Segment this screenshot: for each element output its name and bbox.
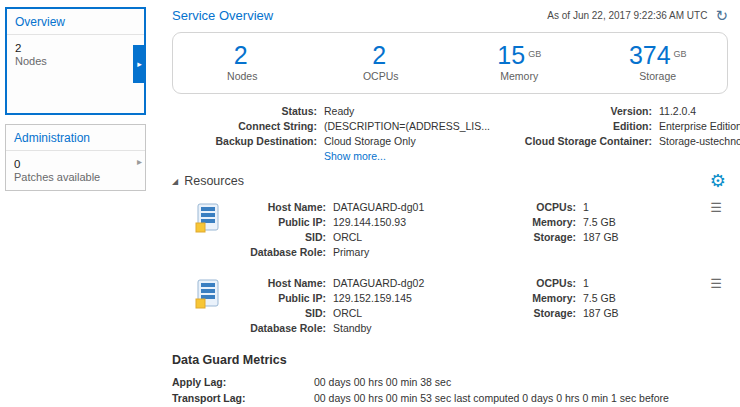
detail-row-backup-destination: Backup Destination: Cloud Storage Only	[172, 135, 492, 147]
overview-card-title: Overview	[7, 9, 144, 35]
field-label: Public IP:	[234, 216, 326, 228]
metric-storage: 374GB Storage	[589, 42, 728, 82]
stat-value: 187 GB	[583, 307, 619, 319]
metric-label: OCPUs	[312, 70, 451, 82]
metric-value: 15	[497, 41, 525, 69]
stat-label: Memory:	[518, 292, 576, 304]
main-content: Service Overview As of Jun 22, 2017 9:22…	[156, 0, 740, 407]
sidebar-card-overview[interactable]: Overview 2 Nodes ▸	[5, 7, 146, 115]
resources-header: ◢ Resources ⚙	[172, 172, 728, 190]
detail-row-cloud-storage-container: Cloud Storage Container: Storage-ustechn…	[492, 135, 740, 147]
chevron-right-icon: ▸	[137, 59, 142, 69]
detail-row-version: Version: 11.2.0.4	[492, 105, 740, 117]
details-right-column: Version: 11.2.0.4 Edition: Enterprise Ed…	[492, 105, 740, 162]
overview-card-body: 2 Nodes	[7, 35, 144, 74]
metric-value: 2	[372, 41, 386, 69]
detail-label: Version:	[492, 105, 652, 117]
overview-node-count: 2	[15, 42, 136, 54]
metric-label: Transport Lag:	[172, 392, 314, 404]
field-value: 129.152.159.145	[333, 292, 412, 304]
field-value: Standby	[333, 322, 372, 334]
service-console-page: Overview 2 Nodes ▸ Administration 0 Patc…	[0, 0, 740, 407]
stat-label: Storage:	[518, 307, 576, 319]
field-label: Host Name:	[234, 277, 326, 289]
detail-value: Cloud Storage Only	[324, 135, 416, 147]
metric-value: 00 days 00 hrs 00 min 53 sec last comput…	[314, 392, 669, 404]
field-value: DATAGUARD-dg02	[333, 277, 424, 289]
field-value: ORCL	[333, 307, 362, 319]
field-value: ORCL	[333, 231, 362, 243]
stat-value: 187 GB	[583, 231, 619, 243]
detail-label: Cloud Storage Container:	[492, 135, 652, 147]
field-label: Database Role:	[234, 246, 326, 258]
stat-label: OCPUs:	[518, 201, 576, 213]
field-label: Host Name:	[234, 201, 326, 213]
refresh-icon[interactable]: ↻	[715, 8, 728, 23]
metric-unit: GB	[674, 49, 687, 59]
detail-row-connect-string: Connect String: (DESCRIPTION=(ADDRESS_LI…	[172, 120, 492, 132]
resource-node-row: Host Name:DATAGUARD-dg01 Public IP:129.1…	[194, 201, 728, 261]
detail-value: Storage-ustechnolo/Backup	[659, 135, 740, 147]
metric-value: 00 days 00 hrs 00 min 38 sec	[314, 376, 451, 388]
details-left-column: Status: Ready Connect String: (DESCRIPTI…	[172, 105, 492, 162]
administration-card-body: 0 Patches available	[6, 151, 145, 190]
resource-fields: Host Name:DATAGUARD-dg02 Public IP:129.1…	[234, 277, 484, 337]
field-label: SID:	[234, 231, 326, 243]
detail-label: Edition:	[492, 120, 652, 132]
sidebar-card-administration[interactable]: Administration 0 Patches available ▸	[5, 124, 146, 191]
hamburger-menu-icon[interactable]: ☰	[710, 201, 722, 261]
metric-label: Apply Lag:	[172, 376, 314, 388]
resources-title: Resources	[184, 174, 244, 188]
metric-label: Memory	[450, 70, 589, 82]
detail-value: (DESCRIPTION=(ADDRESS_LIS...	[324, 120, 490, 132]
summary-metrics-box: 2 Nodes 2 OCPUs 15GB Memory 374GB Storag…	[172, 32, 728, 94]
detail-value: Enterprise Edition	[659, 120, 740, 132]
stat-value: 7.5 GB	[583, 216, 616, 228]
stat-label: Memory:	[518, 216, 576, 228]
field-label: Public IP:	[234, 292, 326, 304]
stat-value: 7.5 GB	[583, 292, 616, 304]
metric-memory: 15GB Memory	[450, 42, 589, 82]
patches-label: Patches available	[14, 171, 137, 183]
detail-label: Backup Destination:	[172, 135, 317, 147]
overview-selected-tab[interactable]: ▸	[133, 45, 146, 83]
stat-label: Storage:	[518, 231, 576, 243]
sidebar: Overview 2 Nodes ▸ Administration 0 Patc…	[0, 0, 156, 407]
database-node-icon	[194, 279, 222, 337]
metric-row-apply-lag: Apply Lag: 00 days 00 hrs 00 min 38 sec	[172, 376, 728, 388]
collapse-triangle-icon[interactable]: ◢	[172, 177, 178, 186]
chevron-right-icon[interactable]: ▸	[137, 155, 142, 166]
field-label: SID:	[234, 307, 326, 319]
data-guard-metrics-title: Data Guard Metrics	[172, 353, 728, 367]
field-value: DATAGUARD-dg01	[333, 201, 424, 213]
metric-unit: GB	[528, 49, 541, 59]
service-details: Status: Ready Connect String: (DESCRIPTI…	[172, 105, 728, 162]
stat-value: 1	[583, 201, 589, 213]
detail-label: Connect String:	[172, 120, 317, 132]
detail-label: Status:	[172, 105, 317, 117]
patches-count: 0	[14, 158, 137, 170]
metric-value: 2	[234, 41, 248, 69]
detail-row-status: Status: Ready	[172, 105, 492, 117]
resource-stats: OCPUs:1 Memory:7.5 GB Storage:187 GB	[518, 277, 668, 337]
metric-label: Nodes	[173, 70, 312, 82]
field-label: Database Role:	[234, 322, 326, 334]
database-node-icon	[194, 203, 222, 261]
metric-nodes: 2 Nodes	[173, 42, 312, 82]
field-value: Primary	[333, 246, 369, 258]
hamburger-menu-icon[interactable]: ☰	[710, 277, 722, 337]
administration-card-title: Administration	[6, 125, 145, 151]
metric-value: 374	[629, 41, 671, 69]
gear-icon[interactable]: ⚙	[710, 172, 726, 190]
metric-row-transport-lag: Transport Lag: 00 days 00 hrs 00 min 53 …	[172, 392, 728, 404]
metric-ocpus: 2 OCPUs	[312, 42, 451, 82]
detail-value: 11.2.0.4	[659, 105, 696, 117]
data-guard-metrics-section: Data Guard Metrics Apply Lag: 00 days 00…	[172, 353, 728, 407]
detail-row-edition: Edition: Enterprise Edition	[492, 120, 740, 132]
show-more-link[interactable]: Show more...	[324, 150, 386, 162]
resource-stats: OCPUs:1 Memory:7.5 GB Storage:187 GB	[518, 201, 668, 261]
overview-node-label: Nodes	[15, 55, 136, 67]
page-title: Service Overview	[172, 8, 273, 23]
field-value: 129.144.150.93	[333, 216, 406, 228]
stat-label: OCPUs:	[518, 277, 576, 289]
